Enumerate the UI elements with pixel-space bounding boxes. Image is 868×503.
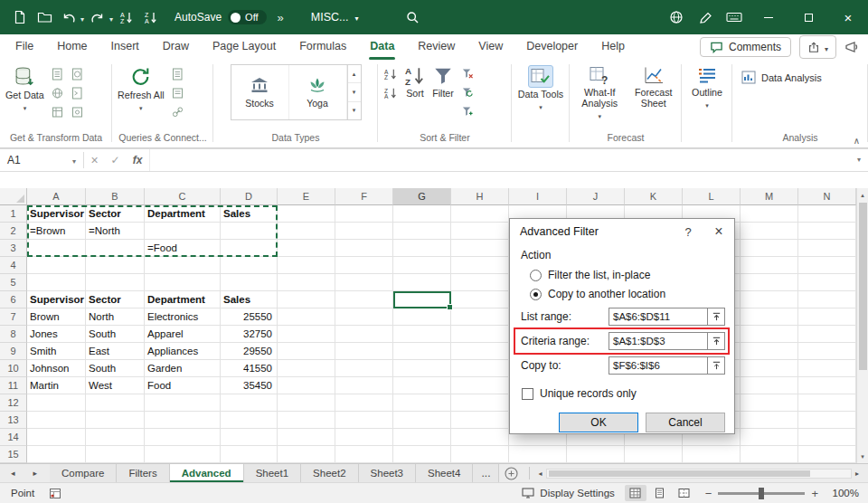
name-box[interactable]: A1 <box>0 149 83 171</box>
cell-N14[interactable] <box>798 429 856 446</box>
cell-B3[interactable] <box>86 240 145 257</box>
gallery-more-icon[interactable]: ▾ <box>348 102 361 119</box>
select-all-corner[interactable] <box>0 188 27 205</box>
zoom-level[interactable]: 100% <box>828 488 859 498</box>
gallery-scroll-down-icon[interactable]: ▾ <box>348 83 361 101</box>
cell-N15[interactable] <box>798 446 856 463</box>
filter-in-place-option[interactable]: Filter the list, in-place <box>530 269 725 281</box>
row-header-15[interactable]: 15 <box>0 446 27 463</box>
cell-F1[interactable] <box>335 205 393 223</box>
radio-unselected-icon[interactable] <box>530 270 542 281</box>
cell-G2[interactable] <box>393 223 451 240</box>
next-sheet-icon[interactable] <box>33 469 38 478</box>
row-header-7[interactable]: 7 <box>0 308 27 326</box>
row-header-1[interactable]: 1 <box>0 205 27 223</box>
record-macro-icon[interactable] <box>49 488 61 499</box>
sheet-tab-advanced[interactable]: Advanced <box>170 464 244 482</box>
column-header-M[interactable]: M <box>741 188 798 205</box>
data-analysis-button[interactable]: Data Analysis <box>736 65 827 90</box>
get-data-button[interactable]: Get Data <box>4 63 46 112</box>
cell-F12[interactable] <box>335 394 393 412</box>
yoga-data-type[interactable]: Yoga <box>289 65 347 119</box>
globe-icon[interactable] <box>662 5 691 29</box>
cell-B12[interactable] <box>86 394 145 412</box>
column-header-K[interactable]: K <box>625 188 683 205</box>
cell-F2[interactable] <box>335 223 393 240</box>
cell-H14[interactable] <box>451 429 509 446</box>
row-header-8[interactable]: 8 <box>0 326 27 343</box>
row-header-6[interactable]: 6 <box>0 291 27 308</box>
cell-E13[interactable] <box>278 412 335 429</box>
cell-D7[interactable]: 25550 <box>221 308 278 326</box>
cell-N2[interactable] <box>798 223 856 240</box>
cell-C1[interactable]: Department <box>145 205 221 223</box>
row-header-13[interactable]: 13 <box>0 412 27 429</box>
cell-N4[interactable] <box>798 257 856 274</box>
row-header-3[interactable]: 3 <box>0 240 27 257</box>
scroll-right-icon[interactable] <box>855 470 859 478</box>
cell-F14[interactable] <box>335 429 393 446</box>
cell-C9[interactable]: Appliances <box>145 343 221 360</box>
cell-G7[interactable] <box>393 308 451 326</box>
cell-F7[interactable] <box>335 308 393 326</box>
cell-D8[interactable]: 32750 <box>221 326 278 343</box>
cell-M11[interactable] <box>741 377 798 394</box>
cell-C8[interactable]: Apparel <box>145 326 221 343</box>
cell-N6[interactable] <box>798 291 856 308</box>
sheet-tab-sheet4[interactable]: Sheet4 <box>416 464 473 482</box>
cell-G8[interactable] <box>393 326 451 343</box>
cell-D4[interactable] <box>221 257 278 274</box>
share-button[interactable] <box>799 35 836 59</box>
cell-H10[interactable] <box>451 360 509 377</box>
tab-insert[interactable]: Insert <box>99 34 151 60</box>
cell-G11[interactable] <box>393 377 451 394</box>
search-icon[interactable] <box>401 5 423 29</box>
column-header-F[interactable]: F <box>335 188 393 205</box>
cell-D6[interactable]: Sales <box>221 291 278 308</box>
cell-N8[interactable] <box>798 326 856 343</box>
cell-N12[interactable] <box>798 394 856 412</box>
cell-D12[interactable] <box>221 394 278 412</box>
dialog-titlebar[interactable]: Advanced Filter <box>510 219 734 244</box>
cell-C10[interactable]: Garden <box>145 360 221 377</box>
cell-B13[interactable] <box>86 412 145 429</box>
cell-A11[interactable]: Martin <box>27 377 86 394</box>
collapse-ribbon-icon[interactable] <box>854 136 860 146</box>
cell-M13[interactable] <box>741 412 798 429</box>
cell-M6[interactable] <box>741 291 798 308</box>
zoom-slider-thumb[interactable] <box>759 488 764 499</box>
cell-E9[interactable] <box>278 343 335 360</box>
copy-to-location-option[interactable]: Copy to another location <box>530 288 725 300</box>
cell-D13[interactable] <box>221 412 278 429</box>
sheet-tab-filters[interactable]: Filters <box>117 464 169 482</box>
enter-entry-icon[interactable] <box>105 149 126 171</box>
cell-G12[interactable] <box>393 394 451 412</box>
cell-H12[interactable] <box>451 394 509 412</box>
stocks-data-type[interactable]: Stocks <box>231 65 289 119</box>
cell-M14[interactable] <box>741 429 798 446</box>
outline-button[interactable]: Outline <box>690 63 724 109</box>
cell-C5[interactable] <box>145 274 221 291</box>
row-header-10[interactable]: 10 <box>0 360 27 377</box>
vertical-scroll-thumb[interactable] <box>859 203 867 370</box>
comments-button[interactable]: Comments <box>700 37 791 57</box>
what-if-analysis-button[interactable]: ? What-If Analysis <box>573 63 626 120</box>
sort-descending-qat-icon[interactable]: ZA <box>140 5 162 29</box>
tab-view[interactable]: View <box>467 34 514 60</box>
cancel-button[interactable]: Cancel <box>646 413 725 432</box>
cell-E15[interactable] <box>278 446 335 463</box>
cell-M8[interactable] <box>741 326 798 343</box>
data-tools-button[interactable]: Data Tools <box>516 63 565 111</box>
clear-filter-icon[interactable] <box>458 65 476 82</box>
cell-N9[interactable] <box>798 343 856 360</box>
cell-E2[interactable] <box>278 223 335 240</box>
cell-G6[interactable] <box>393 291 451 308</box>
cell-N1[interactable] <box>798 205 856 223</box>
maximize-button[interactable] <box>788 0 828 34</box>
cell-F9[interactable] <box>335 343 393 360</box>
properties-icon[interactable] <box>169 84 187 101</box>
tab-page-layout[interactable]: Page Layout <box>201 34 288 60</box>
cell-A1[interactable]: Supervisor <box>27 205 86 223</box>
cell-H2[interactable] <box>451 223 509 240</box>
new-file-icon[interactable] <box>9 5 31 29</box>
